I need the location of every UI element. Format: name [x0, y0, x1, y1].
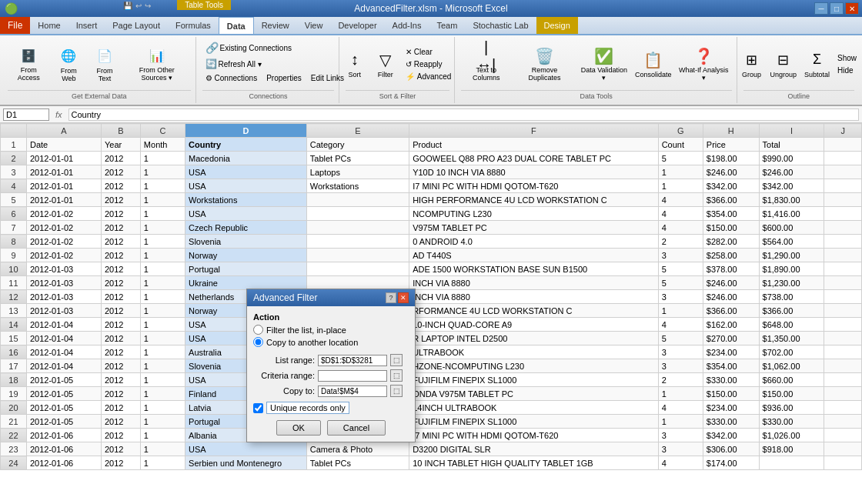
filter-btn[interactable]: ▽ Filter: [372, 49, 399, 80]
cell[interactable]: $330.00: [703, 415, 759, 429]
cell[interactable]: [759, 456, 824, 470]
cell[interactable]: D3200 DIGITAL SLR: [409, 442, 658, 456]
cell[interactable]: $246.00: [703, 276, 759, 290]
from-other-sources-btn[interactable]: 📊 From Other Sources ▾: [123, 45, 191, 84]
cell[interactable]: 2012-01-01: [26, 165, 101, 179]
cell[interactable]: $936.00: [759, 401, 824, 415]
cell[interactable]: Laptops: [306, 165, 409, 179]
cell[interactable]: 2012-01-06: [26, 456, 101, 470]
cell[interactable]: Macedonia: [185, 152, 307, 165]
cell[interactable]: USA: [185, 179, 307, 193]
cell[interactable]: 2012: [101, 235, 140, 249]
cell[interactable]: 2012: [101, 276, 140, 290]
cell[interactable]: 2012-01-03: [26, 262, 101, 276]
cell[interactable]: 2012-01-05: [26, 387, 101, 401]
cell[interactable]: [306, 249, 409, 262]
criteria-range-input[interactable]: [318, 370, 387, 382]
cell[interactable]: Slovenia: [185, 235, 307, 249]
cell[interactable]: 1: [140, 193, 185, 207]
cell[interactable]: 2012-01-05: [26, 401, 101, 415]
cell[interactable]: Tablet PCs: [306, 456, 409, 470]
cell[interactable]: INCH VIA 8880: [409, 276, 658, 290]
cell[interactable]: Norway: [185, 249, 307, 262]
cell[interactable]: $366.00: [703, 193, 759, 207]
reapply-btn[interactable]: ↺ Reapply: [403, 58, 454, 70]
cell[interactable]: $564.00: [759, 235, 824, 249]
cell[interactable]: $198.00: [703, 152, 759, 165]
cell[interactable]: 2012-01-02: [26, 221, 101, 235]
cell[interactable]: NCOMPUTING L230: [409, 207, 658, 221]
cell[interactable]: 3: [658, 249, 703, 262]
cell[interactable]: 2012-01-01: [26, 193, 101, 207]
cell[interactable]: 3: [658, 290, 703, 304]
cell[interactable]: $246.00: [703, 290, 759, 304]
radio-copy-to[interactable]: Copy to another location: [253, 337, 409, 347]
cell[interactable]: 2012-01-04: [26, 332, 101, 345]
cell[interactable]: $354.00: [703, 207, 759, 221]
cell[interactable]: $1,830.00: [759, 193, 824, 207]
cell[interactable]: $600.00: [759, 221, 824, 235]
sort-btn[interactable]: ↕️ Sort: [341, 49, 369, 80]
cell[interactable]: R LAPTOP INTEL D2500: [409, 332, 658, 345]
cell[interactable]: $1,350.00: [759, 332, 824, 345]
cell[interactable]: Czech Republic: [185, 221, 307, 235]
what-if-btn[interactable]: ❓ What-If Analysis ▾: [676, 45, 732, 84]
cell[interactable]: 5: [658, 262, 703, 276]
cell[interactable]: V975M TABLET PC: [409, 221, 658, 235]
tab-data[interactable]: Data: [219, 17, 254, 34]
existing-connections-btn[interactable]: 🔗 Existing Connections: [202, 40, 335, 55]
cell[interactable]: [306, 262, 409, 276]
quick-undo[interactable]: ↩: [135, 2, 142, 10]
cell[interactable]: 1: [140, 207, 185, 221]
list-range-input[interactable]: [318, 355, 387, 366]
cell[interactable]: 4: [658, 318, 703, 332]
cell[interactable]: 3: [658, 429, 703, 442]
from-web-btn[interactable]: 🌐 From Web: [52, 45, 87, 84]
cell[interactable]: FUJIFILM FINEPIX SL1000: [409, 373, 658, 387]
cell[interactable]: 2012-01-02: [26, 235, 101, 249]
cell[interactable]: $702.00: [759, 345, 824, 359]
cell[interactable]: RFORMANCE 4U LCD WORKSTATION C: [409, 304, 658, 318]
cell[interactable]: 2012: [101, 401, 140, 415]
tab-add-ins[interactable]: Add-Ins: [385, 17, 429, 34]
unique-records-checkbox-row[interactable]: Unique records only: [253, 402, 409, 414]
dialog-close-btn[interactable]: ✕: [398, 292, 409, 303]
cell[interactable]: USA: [185, 442, 307, 456]
cell[interactable]: $1,416.00: [759, 207, 824, 221]
cell[interactable]: Y10D 10 INCH VIA 8880: [409, 165, 658, 179]
cell[interactable]: 2012: [101, 332, 140, 345]
tab-developer[interactable]: Developer: [330, 17, 384, 34]
cell[interactable]: USA: [185, 165, 307, 179]
cell[interactable]: Tablet PCs: [306, 152, 409, 165]
cell[interactable]: 2012: [101, 165, 140, 179]
cell[interactable]: 2012: [101, 359, 140, 373]
quick-save[interactable]: 💾: [123, 2, 132, 10]
quick-redo[interactable]: ↪: [145, 2, 151, 10]
radio-copy-input[interactable]: [253, 337, 263, 347]
cell[interactable]: 10-INCH QUAD-CORE A9: [409, 318, 658, 332]
criteria-range-picker-btn[interactable]: ⬚: [390, 369, 403, 382]
maximize-btn[interactable]: □: [830, 2, 844, 15]
cell[interactable]: [306, 221, 409, 235]
from-text-btn[interactable]: 📄 From Text: [88, 45, 122, 84]
cell[interactable]: 4: [658, 401, 703, 415]
cell[interactable]: 2: [658, 235, 703, 249]
cell[interactable]: 2012-01-01: [26, 152, 101, 165]
cell[interactable]: $306.00: [703, 442, 759, 456]
tab-formulas[interactable]: Formulas: [168, 17, 219, 34]
cell[interactable]: $234.00: [703, 401, 759, 415]
cell[interactable]: 1: [140, 290, 185, 304]
cell[interactable]: 2012: [101, 221, 140, 235]
cell[interactable]: $330.00: [759, 415, 824, 429]
cell[interactable]: Serbien und Montenegro: [185, 456, 307, 470]
cell[interactable]: 2012: [101, 415, 140, 429]
cell[interactable]: $1,890.00: [759, 262, 824, 276]
cell[interactable]: HIGH PERFORMANCE 4U LCD WORKSTATION C: [409, 193, 658, 207]
cell[interactable]: 2012: [101, 442, 140, 456]
cell[interactable]: I7 MINI PC WITH HDMI QOTOM-T620: [409, 179, 658, 193]
cell[interactable]: 2012: [101, 152, 140, 165]
cell[interactable]: $282.00: [703, 235, 759, 249]
cell-reference[interactable]: [3, 108, 49, 121]
cell[interactable]: 2012: [101, 456, 140, 470]
cell[interactable]: [306, 207, 409, 221]
